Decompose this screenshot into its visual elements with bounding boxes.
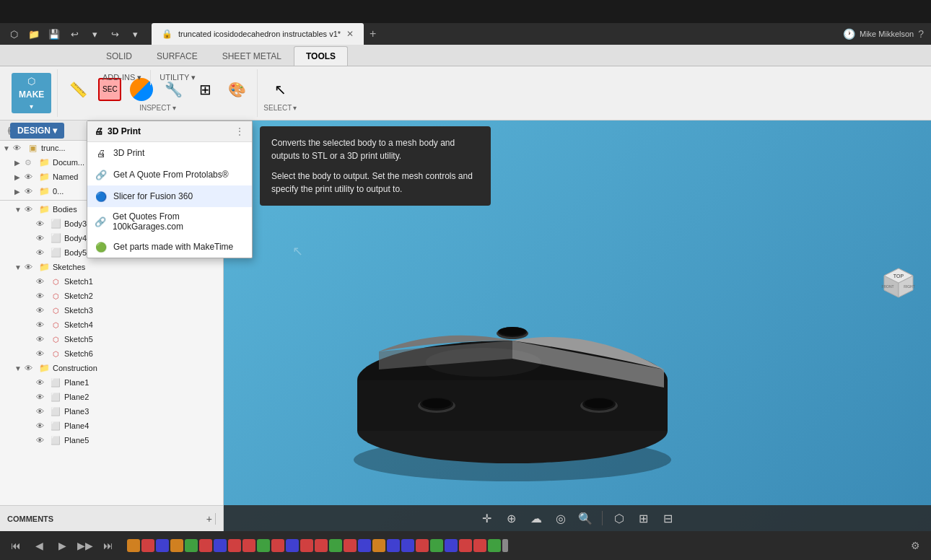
- timeline-item-12[interactable]: [286, 539, 299, 552]
- dropdown-item-maketime[interactable]: 🟢 Get parts made with MakeTime: [87, 236, 252, 258]
- timeline-item-24[interactable]: [459, 539, 472, 552]
- tooltip-line2: Select the body to output. Set the mesh …: [271, 170, 479, 196]
- timeline-item-23[interactable]: [445, 539, 458, 552]
- zoom-button[interactable]: 🔍: [574, 508, 596, 528]
- color-button[interactable]: 🎨: [222, 75, 251, 104]
- utility-tab[interactable]: UTILITY ▾: [151, 70, 204, 85]
- nav-cube[interactable]: TOP FRONT RIGHT: [873, 250, 917, 294]
- timeline-item-4[interactable]: [170, 539, 183, 552]
- tab-solid[interactable]: SOLID: [94, 46, 144, 66]
- grid-toggle-button[interactable]: ⊞: [633, 508, 655, 528]
- timeline-item-19[interactable]: [387, 539, 400, 552]
- pan-button[interactable]: ⊕: [501, 508, 523, 528]
- make-dropdown: 🖨 3D Print ⋮ 🖨 3D Print 🔗 Get A Quote Fr…: [87, 121, 253, 258]
- timeline-item-10[interactable]: [257, 539, 270, 552]
- tree-item-sketches[interactable]: ▼ 👁 📁 Sketches: [0, 260, 223, 274]
- settings-button[interactable]: ⚙: [905, 535, 925, 556]
- timeline-item-1[interactable]: [127, 539, 140, 552]
- timeline-item-17[interactable]: [358, 539, 371, 552]
- timeline-item-21[interactable]: [416, 539, 429, 552]
- select-button[interactable]: ↖: [266, 75, 294, 104]
- dropdown-item-maketime-label: Get parts made with MakeTime: [113, 242, 233, 252]
- active-file-tab[interactable]: 🔒 truncated icosidodecahedron instructab…: [152, 23, 364, 45]
- history-button[interactable]: 🕐: [843, 28, 855, 40]
- tree-item-construction[interactable]: ▼ 👁 📁 Construction: [0, 361, 223, 375]
- comments-add-button[interactable]: +: [206, 513, 212, 525]
- tree-item-sketch4[interactable]: ▶ 👁 ⬡ Sketch4: [0, 318, 223, 332]
- dropdown-item-slicer-icon: 🔵: [95, 190, 108, 203]
- timeline-item-16[interactable]: [344, 539, 357, 552]
- timeline-item-18[interactable]: [372, 539, 385, 552]
- timeline-item-11[interactable]: [271, 539, 284, 552]
- tree-item-plane5[interactable]: ▶ 👁 ⬜ Plane5: [0, 433, 223, 447]
- timeline-item-7[interactable]: [214, 539, 227, 552]
- tree-item-plane2[interactable]: ▶ 👁 ⬜ Plane2: [0, 390, 223, 404]
- dropdown-item-slicer[interactable]: 🔵 Slicer for Fusion 360: [87, 185, 252, 207]
- timeline-item-2[interactable]: [141, 539, 154, 552]
- svg-text:TOP: TOP: [893, 274, 904, 279]
- redo-dropdown[interactable]: ▾: [126, 25, 144, 43]
- undo-dropdown[interactable]: ▾: [85, 25, 104, 43]
- move-button[interactable]: ✛: [476, 508, 498, 528]
- dropdown-title-icon: 🖨: [95, 126, 103, 136]
- tree-item-sketch2[interactable]: ▶ 👁 ⬡ Sketch2: [0, 289, 223, 303]
- tree-item-plane4[interactable]: ▶ 👁 ⬜ Plane4: [0, 419, 223, 433]
- timeline-item-13[interactable]: [300, 539, 313, 552]
- timeline-item-22[interactable]: [430, 539, 443, 552]
- timeline-prev-button[interactable]: ◀: [29, 535, 49, 556]
- timeline-item-25[interactable]: [473, 539, 486, 552]
- design-label: DESIGN ▾: [17, 126, 57, 136]
- tree-item-sketch3[interactable]: ▶ 👁 ⬡ Sketch3: [0, 303, 223, 318]
- tab-surface[interactable]: SURFACE: [144, 46, 210, 66]
- save-button[interactable]: 💾: [45, 25, 64, 43]
- dropdown-item-100kgarages[interactable]: 🔗 Get Quotes From 100kGarages.com: [87, 207, 252, 236]
- timeline-play-button[interactable]: ▶: [52, 535, 72, 556]
- svg-point-13: [426, 348, 541, 377]
- timeline-item-6[interactable]: [199, 539, 212, 552]
- help-button[interactable]: ?: [918, 28, 924, 40]
- environment-button[interactable]: ⊟: [657, 508, 679, 528]
- fit-button[interactable]: ◎: [550, 508, 572, 528]
- dropdown-pin-button[interactable]: ⋮: [235, 126, 245, 137]
- tree-item-plane1[interactable]: ▶ 👁 ⬜ Plane1: [0, 375, 223, 390]
- timeline-item-9[interactable]: [242, 539, 255, 552]
- timeline-item-26[interactable]: [488, 539, 501, 552]
- tab-tools[interactable]: TOOLS: [294, 46, 348, 66]
- timeline-start-button[interactable]: ⏮: [6, 535, 26, 556]
- new-tab-button[interactable]: +: [364, 27, 382, 40]
- sub-tabs: ADD-INS ▾ UTILITY ▾: [94, 66, 204, 88]
- timeline-item-3[interactable]: [156, 539, 169, 552]
- make-tool-button[interactable]: ⬡ MAKE ▾: [12, 73, 51, 113]
- tree-item-sketch6[interactable]: ▶ 👁 ⬡ Sketch6: [0, 346, 223, 361]
- timeline-item-14[interactable]: [315, 539, 328, 552]
- measure-icon: 📏: [66, 78, 89, 101]
- timeline-item-15[interactable]: [329, 539, 342, 552]
- dropdown-item-3dprint[interactable]: 🖨 3D Print: [87, 142, 252, 164]
- tree-item-sketch5[interactable]: ▶ 👁 ⬡ Sketch5: [0, 332, 223, 346]
- file-tab-close[interactable]: ✕: [346, 29, 354, 39]
- tab-sheet-metal[interactable]: SHEET METAL: [210, 46, 294, 66]
- new-button[interactable]: ⬡: [4, 25, 23, 43]
- dropdown-item-slicer-label: Slicer for Fusion 360: [113, 191, 193, 201]
- svg-text:FRONT: FRONT: [881, 284, 893, 289]
- add-ins-tab[interactable]: ADD-INS ▾: [94, 70, 151, 85]
- open-button[interactable]: 📁: [25, 25, 43, 43]
- tree-item-plane3[interactable]: ▶ 👁 ⬜ Plane3: [0, 404, 223, 419]
- measure-button[interactable]: 📏: [64, 75, 92, 104]
- tree-item-sketch1[interactable]: ▶ 👁 ⬡ Sketch1: [0, 274, 223, 289]
- timeline-item-20[interactable]: [401, 539, 414, 552]
- timeline-item-8[interactable]: [228, 539, 241, 552]
- make-section: ⬡ MAKE ▾: [6, 69, 58, 117]
- timeline-items: [121, 539, 902, 552]
- timeline-end-button[interactable]: ⏭: [98, 535, 118, 556]
- timeline-marker[interactable]: [502, 539, 508, 552]
- display-mode-button[interactable]: ⬡: [608, 508, 630, 528]
- undo-button[interactable]: ↩: [65, 25, 84, 43]
- dropdown-item-protolabs[interactable]: 🔗 Get A Quote From Protolabs®: [87, 164, 252, 185]
- design-button[interactable]: DESIGN ▾: [10, 123, 64, 139]
- redo-button[interactable]: ↪: [105, 25, 124, 43]
- tooltip-line1: Converts the selected body to a mesh bod…: [271, 136, 479, 162]
- timeline-next-button[interactable]: ▶▶: [75, 535, 95, 556]
- timeline-item-5[interactable]: [185, 539, 198, 552]
- orbit-button[interactable]: ☁: [525, 508, 547, 528]
